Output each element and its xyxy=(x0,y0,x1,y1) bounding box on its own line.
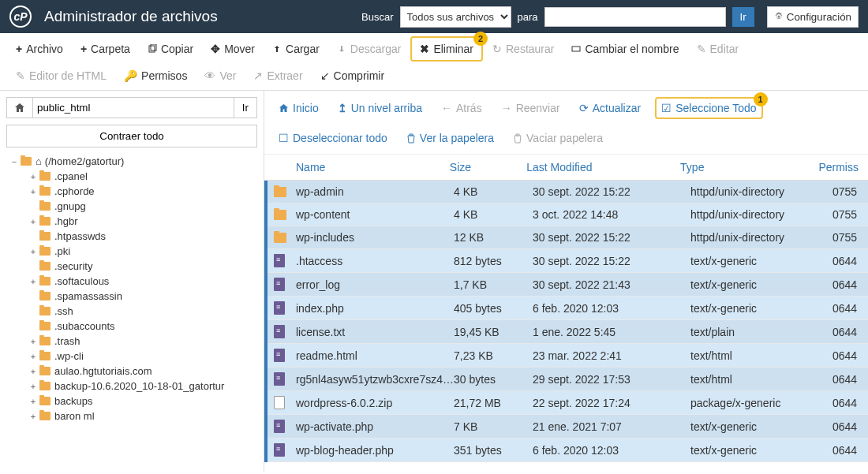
deseleccionar-link[interactable]: ☐Deseleccionar todo xyxy=(274,129,392,147)
table-row[interactable]: wp-activate.php7 KB21 ene. 2021 7:07text… xyxy=(264,415,868,439)
tree-item[interactable]: +.pki xyxy=(6,244,257,259)
file-size: 7,23 KB xyxy=(454,349,533,362)
tree-root[interactable]: −⌂(/home2/gatortur) xyxy=(6,154,257,169)
atras-link[interactable]: ←Atrás xyxy=(436,97,487,119)
col-size[interactable]: Size xyxy=(450,161,526,174)
tree-item[interactable]: .gnupg xyxy=(6,199,257,214)
file-perm: 0644 xyxy=(832,278,859,291)
tree-item[interactable]: .security xyxy=(6,259,257,274)
tree-item[interactable]: +.trash xyxy=(6,334,257,349)
home-button[interactable] xyxy=(6,97,33,118)
tree-item[interactable]: +.wp-cli xyxy=(6,349,257,364)
table-row[interactable]: index.php405 bytes6 feb. 2020 12:03text/… xyxy=(264,297,868,320)
search-label: Buscar xyxy=(361,11,393,23)
collapse-all-button[interactable]: Contraer todo xyxy=(6,125,257,147)
archivo-button[interactable]: +Archivo xyxy=(8,36,71,62)
table-row[interactable]: .htaccess812 bytes30 sept. 2022 15:22tex… xyxy=(264,249,868,273)
eliminar-button[interactable]: ✖Eliminar2 xyxy=(410,36,483,62)
carpeta-button[interactable]: +Carpeta xyxy=(73,36,138,62)
folder-icon xyxy=(274,210,286,220)
tree-item[interactable]: .htpasswds xyxy=(6,229,257,244)
ver-button[interactable]: 👁Ver xyxy=(196,65,244,87)
table-header: Name Size Last Modified Type Permiss xyxy=(264,155,868,181)
search-scope-select[interactable]: Todos sus archivos xyxy=(400,6,511,28)
path-go-button[interactable]: Ir xyxy=(234,97,257,118)
tree-label: .security xyxy=(54,260,92,272)
search-input[interactable] xyxy=(544,7,726,27)
tree-item[interactable]: .ssh xyxy=(6,304,257,319)
table-row[interactable]: wordpress-6.0.2.zip21,72 MB22 sept. 2022… xyxy=(264,391,868,415)
tree-label: backups xyxy=(54,395,92,407)
file-type: text/x-generic xyxy=(690,302,832,315)
folder-icon xyxy=(39,352,51,360)
table-row[interactable]: license.txt19,45 KB1 ene. 2022 5:45text/… xyxy=(264,320,868,344)
folder-icon xyxy=(39,202,51,211)
file-name: wp-blog-header.php xyxy=(296,444,454,457)
config-button[interactable]: Configuración xyxy=(767,6,859,28)
table-row[interactable]: error_log1,7 KB30 sept. 2022 21:43text/x… xyxy=(264,273,868,297)
descargar-button[interactable]: Descargar xyxy=(329,36,410,62)
file-type: text/x-generic xyxy=(690,278,832,291)
inicio-link[interactable]: Inicio xyxy=(274,97,324,119)
app-title: Administrador de archivos xyxy=(44,8,361,25)
cambiar-button[interactable]: Cambiar el nombre xyxy=(563,36,687,62)
file-modified: 6 feb. 2020 12:03 xyxy=(533,444,690,457)
zip-icon xyxy=(274,396,285,409)
table-row[interactable]: wp-admin4 KB30 sept. 2022 15:22httpd/uni… xyxy=(264,181,868,203)
editar-button[interactable]: ✎Editar xyxy=(689,36,747,62)
svg-rect-2 xyxy=(572,47,580,51)
tree-label: .subaccounts xyxy=(54,320,115,332)
folder-icon xyxy=(39,307,51,315)
tree-item[interactable]: +.softaculous xyxy=(6,274,257,289)
seleccione-todo-link[interactable]: ☑Seleccione Todo1 xyxy=(655,97,762,119)
permisos-button[interactable]: 🔑Permisos xyxy=(116,65,195,87)
tree-label: .gnupg xyxy=(54,200,86,212)
tree-item[interactable]: +backup-10.6.2020_10-18-01_gatortur xyxy=(6,379,257,394)
file-modified: 30 sept. 2022 21:43 xyxy=(533,278,690,291)
tree-item[interactable]: +backups xyxy=(6,394,257,409)
table-row[interactable]: wp-content4 KB3 oct. 2022 14:48httpd/uni… xyxy=(264,203,868,226)
table-row[interactable]: readme.html7,23 KB23 mar. 2022 2:41text/… xyxy=(264,344,868,368)
nivel-arriba-link[interactable]: ↥Un nivel arriba xyxy=(333,97,427,119)
copiar-button[interactable]: Copiar xyxy=(140,36,201,62)
table-row[interactable]: wp-blog-header.php351 bytes6 feb. 2020 1… xyxy=(264,439,868,462)
file-type: httpd/unix-directory xyxy=(690,208,832,221)
file-icon xyxy=(274,372,285,386)
extraer-button[interactable]: ↗Extraer xyxy=(245,65,310,87)
mover-button[interactable]: ✥Mover xyxy=(203,36,263,62)
restaurar-button[interactable]: ↻Restaurar xyxy=(485,36,562,62)
tree-item[interactable]: +.cphorde xyxy=(6,184,257,199)
vaciar-papelera-link[interactable]: Vaciar papelera xyxy=(508,129,608,147)
tree-item[interactable]: +baron ml xyxy=(6,409,257,424)
path-input[interactable] xyxy=(33,97,234,118)
file-perm: 0755 xyxy=(832,208,859,221)
tree-item[interactable]: +aulao.hgtutoriais.com xyxy=(6,364,257,379)
comprimir-button[interactable]: ↙Comprimir xyxy=(312,65,393,87)
search-go-button[interactable]: Ir xyxy=(732,7,754,27)
home-icon xyxy=(279,103,289,114)
file-modified: 30 sept. 2022 15:22 xyxy=(533,255,690,267)
search-area: Buscar Todos sus archivos para Ir Config… xyxy=(361,6,859,28)
file-size: 30 bytes xyxy=(454,373,533,386)
file-size: 1,7 KB xyxy=(454,278,533,291)
table-row[interactable]: wp-includes12 KB30 sept. 2022 15:22httpd… xyxy=(264,226,868,249)
file-perm: 0644 xyxy=(832,326,859,338)
folder-icon xyxy=(39,187,51,196)
file-type: httpd/unix-directory xyxy=(690,231,832,244)
tree-item[interactable]: .spamassassin xyxy=(6,289,257,304)
folder-icon xyxy=(39,172,51,181)
tree-item[interactable]: .subaccounts xyxy=(6,319,257,334)
actualizar-link[interactable]: ⟳Actualizar xyxy=(574,97,645,119)
col-type[interactable]: Type xyxy=(680,161,818,174)
tree-item[interactable]: +.cpanel xyxy=(6,169,257,184)
file-name: wp-admin xyxy=(296,185,454,198)
col-permissions[interactable]: Permiss xyxy=(818,161,859,174)
col-modified[interactable]: Last Modified xyxy=(526,161,680,174)
reenviar-link[interactable]: →Reenviar xyxy=(496,97,565,119)
table-row[interactable]: rg5nl4asyw51ytzwb3cxre7sz4be2p.html30 by… xyxy=(264,368,868,391)
col-name[interactable]: Name xyxy=(296,161,450,174)
editor-html-button[interactable]: ✎Editor de HTML xyxy=(8,65,114,87)
tree-item[interactable]: +.hgbr xyxy=(6,214,257,229)
ver-papelera-link[interactable]: Ver la papelera xyxy=(402,129,499,147)
cargar-button[interactable]: Cargar xyxy=(264,36,327,62)
